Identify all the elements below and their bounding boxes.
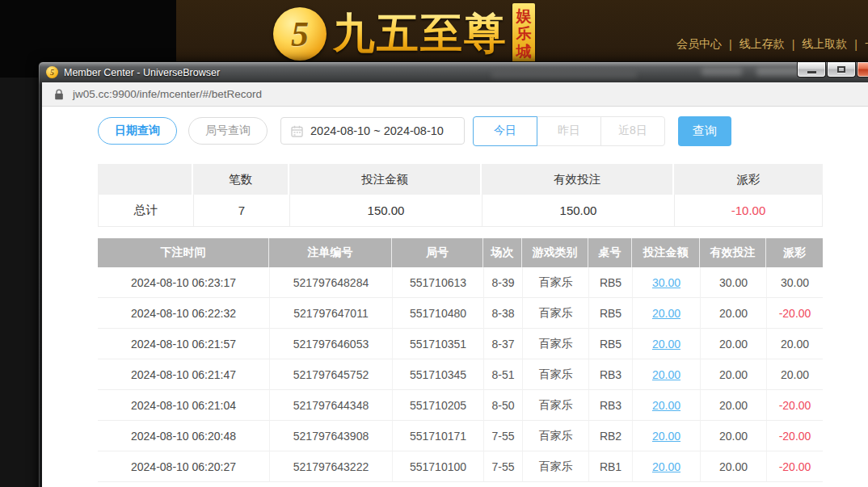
bet-amount-link[interactable]: 20.00	[652, 399, 680, 412]
bet-amount-link[interactable]: 20.00	[652, 430, 680, 443]
cell-game-type: 百家乐	[522, 359, 588, 390]
summary-header-bet-amount: 投注金额	[289, 164, 482, 195]
window-title: Member Center - UniverseBrowser	[64, 67, 220, 78]
favicon-glyph: 5	[50, 68, 54, 77]
quick-date-button[interactable]: 近8日	[600, 116, 665, 146]
maximize-icon	[837, 66, 845, 73]
date-range-input[interactable]: 2024-08-10 ~ 2024-08-10	[280, 117, 465, 145]
quick-date-button[interactable]: 今日	[473, 116, 537, 146]
summary-header-blank	[98, 164, 193, 195]
cell-time: 2024-08-10 06:21:57	[98, 329, 269, 359]
cell-game-type: 百家乐	[522, 298, 588, 329]
brand-logo-glyph: 5	[291, 14, 309, 55]
badge-char: 娱	[516, 7, 532, 25]
quick-date-button[interactable]: 昨日	[537, 116, 601, 146]
table-row: 2024-08-10 06:22:32521797647011551710480…	[98, 298, 823, 329]
cell-bet-amount: 20.00	[632, 390, 700, 421]
cell-game-type: 百家乐	[522, 267, 588, 298]
cell-time: 2024-08-10 06:20:48	[98, 421, 269, 451]
cell-session: 7-55	[483, 421, 522, 451]
calendar-icon	[291, 125, 303, 137]
page-content: 日期查询 局号查询 2024-08-10 ~ 2024-08-10 今日昨日近8…	[42, 107, 868, 487]
window-titlebar[interactable]: 5 Member Center - UniverseBrowser	[39, 62, 868, 82]
cell-round-id: 551710480	[392, 298, 483, 329]
badge-char: 城	[516, 43, 532, 61]
cell-round-id: 551710100	[392, 451, 483, 482]
summary-valid-bet-value: 150.00	[482, 195, 674, 227]
window-controls	[797, 62, 868, 78]
table-row: 2024-08-10 06:20:48521797643908551710171…	[98, 421, 823, 451]
cell-table-no: RB2	[588, 421, 632, 451]
search-button[interactable]: 查询	[678, 116, 731, 146]
browser-window: 5 Member Center - UniverseBrowser jw05.c…	[38, 61, 868, 487]
cell-round-id: 551710345	[392, 359, 483, 390]
filter-bar: 日期查询 局号查询 2024-08-10 ~ 2024-08-10 今日昨日近8…	[98, 115, 868, 147]
cell-bet-amount: 20.00	[632, 451, 700, 482]
table-row: 2024-08-10 06:21:57521797646053551710351…	[98, 329, 823, 359]
summary-header-payout: 派彩	[674, 164, 823, 195]
bet-table-header-cell: 有效投注	[700, 238, 766, 267]
date-query-tab[interactable]: 日期查询	[98, 117, 177, 145]
lock-icon	[54, 89, 64, 100]
summary-count-value: 7	[193, 195, 289, 227]
screen: 5 九五至尊 娱 乐 城 会员中心|线上存款|线上取款|一 5 Member C…	[0, 0, 868, 487]
table-row: 2024-08-10 06:23:17521797648284551710613…	[98, 267, 823, 298]
cell-time: 2024-08-10 06:20:27	[98, 451, 269, 482]
cell-valid-bet: 20.00	[700, 451, 766, 482]
cell-table-no: RB1	[588, 451, 632, 482]
blurred-text	[702, 68, 742, 76]
window-favicon-icon: 5	[46, 66, 58, 78]
minimize-button[interactable]	[797, 62, 826, 78]
cell-game-type: 百家乐	[522, 329, 588, 359]
bet-table-header-cell: 桌号	[588, 238, 632, 267]
cell-table-no: RB3	[588, 359, 632, 390]
cell-game-type: 百家乐	[522, 451, 588, 482]
brand-title: 九五至尊	[333, 6, 508, 62]
bet-amount-link[interactable]: 30.00	[652, 276, 680, 289]
cell-round-id: 551710171	[392, 421, 483, 451]
cell-bet-amount: 20.00	[632, 359, 700, 390]
cell-valid-bet: 20.00	[700, 298, 766, 329]
bet-records-table: 下注时间注单编号局号场次游戏类别桌号投注金额有效投注派彩 2024-08-10 …	[98, 238, 823, 482]
cell-round-id: 551710613	[392, 267, 483, 298]
top-nav-link[interactable]: 会员中心	[676, 37, 722, 52]
top-nav-link[interactable]: 一	[865, 37, 868, 52]
badge-char: 乐	[516, 25, 532, 43]
cell-time: 2024-08-10 06:21:04	[98, 390, 269, 421]
maximize-button[interactable]	[827, 62, 856, 78]
round-query-tab[interactable]: 局号查询	[188, 117, 268, 145]
cell-payout: -20.00	[766, 421, 823, 451]
top-nav-link[interactable]: 线上取款	[802, 37, 847, 52]
cell-session: 8-37	[483, 329, 522, 359]
cell-bet-id: 521797644348	[269, 390, 392, 421]
site-logo: 5 九五至尊 娱 乐 城	[273, 3, 535, 65]
bet-amount-link[interactable]: 20.00	[652, 460, 680, 473]
cell-payout: -20.00	[766, 298, 823, 329]
cell-bet-amount: 20.00	[632, 421, 700, 451]
summary-table: 笔数 投注金额 有效投注 派彩 总计 7 150.00 150.00 -10.0…	[98, 164, 823, 227]
cell-bet-id: 521797643908	[269, 421, 392, 451]
brand-badge: 娱 乐 城	[512, 3, 535, 65]
browser-url-bar[interactable]: jw05.cc:9900/infe/mcenter/#/betRecord	[42, 82, 868, 107]
bet-amount-link[interactable]: 20.00	[652, 338, 680, 351]
table-row: 2024-08-10 06:21:04521797644348551710205…	[98, 390, 823, 421]
cell-session: 7-55	[483, 451, 522, 482]
bet-table-header-cell: 派彩	[766, 238, 823, 267]
bet-amount-link[interactable]: 20.00	[652, 307, 680, 320]
cell-valid-bet: 20.00	[700, 359, 766, 390]
quick-date-group: 今日昨日近8日	[473, 116, 665, 146]
cell-round-id: 551710351	[392, 329, 483, 359]
blurred-text	[491, 72, 637, 78]
summary-total-label: 总计	[98, 195, 193, 227]
date-range-value: 2024-08-10 ~ 2024-08-10	[310, 124, 444, 137]
close-button[interactable]	[857, 62, 868, 78]
bet-table-body: 2024-08-10 06:23:17521797648284551710613…	[98, 267, 823, 482]
cell-table-no: RB5	[588, 267, 632, 298]
top-nav-link[interactable]: 线上存款	[739, 37, 785, 52]
bet-table-header-cell: 局号	[392, 238, 483, 267]
cell-bet-id: 521797648284	[269, 267, 392, 298]
bet-amount-link[interactable]: 20.00	[652, 368, 680, 381]
cell-session: 8-38	[483, 298, 522, 329]
nav-separator: |	[729, 38, 732, 51]
cell-session: 8-50	[483, 390, 522, 421]
